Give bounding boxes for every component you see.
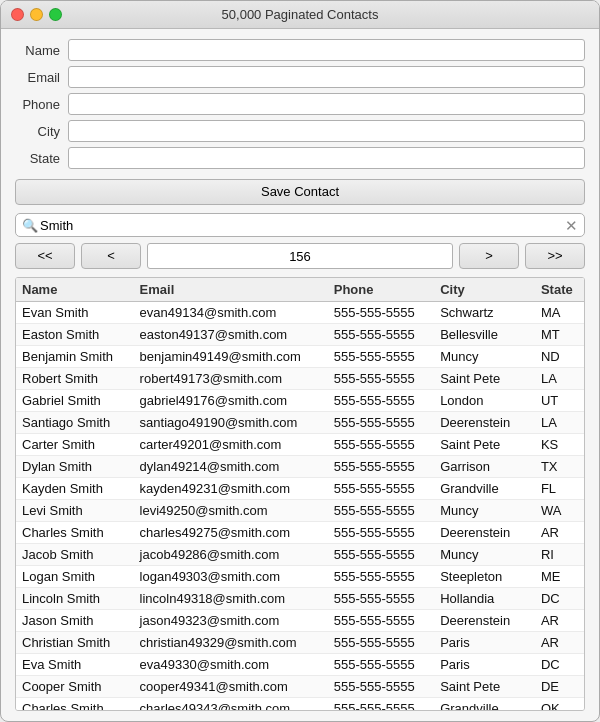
name-input[interactable] <box>68 39 585 61</box>
cell-phone: 555-555-5555 <box>328 522 434 544</box>
table-row[interactable]: Gabriel Smithgabriel49176@smith.com555-5… <box>16 390 584 412</box>
cell-phone: 555-555-5555 <box>328 390 434 412</box>
cell-name: Dylan Smith <box>16 456 134 478</box>
cell-name: Jason Smith <box>16 610 134 632</box>
cell-name: Evan Smith <box>16 302 134 324</box>
state-label: State <box>15 151 60 166</box>
cell-state: ME <box>535 566 584 588</box>
header-city: City <box>434 278 535 302</box>
pagination-controls: << < > >> <box>15 243 585 269</box>
cell-city: Grandville <box>434 698 535 712</box>
save-contact-button[interactable]: Save Contact <box>15 179 585 205</box>
phone-input[interactable] <box>68 93 585 115</box>
cell-name: Gabriel Smith <box>16 390 134 412</box>
header-row: Name Email Phone City State <box>16 278 584 302</box>
search-input[interactable] <box>15 213 585 237</box>
cell-state: AR <box>535 632 584 654</box>
next-page-button[interactable]: > <box>459 243 519 269</box>
cell-city: Muncy <box>434 500 535 522</box>
city-input[interactable] <box>68 120 585 142</box>
table-row[interactable]: Logan Smithlogan49303@smith.com555-555-5… <box>16 566 584 588</box>
cell-email: robert49173@smith.com <box>134 368 328 390</box>
cell-state: LA <box>535 412 584 434</box>
table-row[interactable]: Evan Smithevan49134@smith.com555-555-555… <box>16 302 584 324</box>
name-label: Name <box>15 43 60 58</box>
table-row[interactable]: Charles Smithcharles49343@smith.com555-5… <box>16 698 584 712</box>
cell-email: jason49323@smith.com <box>134 610 328 632</box>
phone-label: Phone <box>15 97 60 112</box>
cell-city: Paris <box>434 632 535 654</box>
first-page-button[interactable]: << <box>15 243 75 269</box>
cell-city: Bellesville <box>434 324 535 346</box>
cell-phone: 555-555-5555 <box>328 456 434 478</box>
cell-email: santiago49190@smith.com <box>134 412 328 434</box>
cell-phone: 555-555-5555 <box>328 588 434 610</box>
table-body: Evan Smithevan49134@smith.com555-555-555… <box>16 302 584 712</box>
cell-phone: 555-555-5555 <box>328 346 434 368</box>
table-row[interactable]: Levi Smithlevi49250@smith.com555-555-555… <box>16 500 584 522</box>
cell-city: Steepleton <box>434 566 535 588</box>
email-input[interactable] <box>68 66 585 88</box>
cell-email: logan49303@smith.com <box>134 566 328 588</box>
table-row[interactable]: Santiago Smithsantiago49190@smith.com555… <box>16 412 584 434</box>
cell-name: Lincoln Smith <box>16 588 134 610</box>
contact-form: Name Email Phone City State Save Contact <box>15 39 585 213</box>
cell-name: Levi Smith <box>16 500 134 522</box>
contacts-table-container: Name Email Phone City State Evan Smithev… <box>15 277 585 711</box>
cell-state: FL <box>535 478 584 500</box>
cell-phone: 555-555-5555 <box>328 412 434 434</box>
table-row[interactable]: Lincoln Smithlincoln49318@smith.com555-5… <box>16 588 584 610</box>
cell-phone: 555-555-5555 <box>328 368 434 390</box>
cell-state: ND <box>535 346 584 368</box>
table-row[interactable]: Robert Smithrobert49173@smith.com555-555… <box>16 368 584 390</box>
table-row[interactable]: Kayden Smithkayden49231@smith.com555-555… <box>16 478 584 500</box>
window-title: 50,000 Paginated Contacts <box>222 7 379 22</box>
table-row[interactable]: Jason Smithjason49323@smith.com555-555-5… <box>16 610 584 632</box>
cell-phone: 555-555-5555 <box>328 544 434 566</box>
cell-phone: 555-555-5555 <box>328 302 434 324</box>
table-row[interactable]: Dylan Smithdylan49214@smith.com555-555-5… <box>16 456 584 478</box>
state-row: State <box>15 147 585 169</box>
cell-phone: 555-555-5555 <box>328 698 434 712</box>
name-row: Name <box>15 39 585 61</box>
state-input[interactable] <box>68 147 585 169</box>
main-window: 50,000 Paginated Contacts Name Email Pho… <box>0 0 600 722</box>
table-row[interactable]: Easton Smitheaston49137@smith.com555-555… <box>16 324 584 346</box>
maximize-button[interactable] <box>49 8 62 21</box>
cell-state: AR <box>535 522 584 544</box>
cell-state: MA <box>535 302 584 324</box>
table-row[interactable]: Jacob Smithjacob49286@smith.com555-555-5… <box>16 544 584 566</box>
table-row[interactable]: Carter Smithcarter49201@smith.com555-555… <box>16 434 584 456</box>
cell-state: LA <box>535 368 584 390</box>
cell-city: Grandville <box>434 478 535 500</box>
table-row[interactable]: Eva Smitheva49330@smith.com555-555-5555P… <box>16 654 584 676</box>
cell-state: TX <box>535 456 584 478</box>
cell-name: Kayden Smith <box>16 478 134 500</box>
close-button[interactable] <box>11 8 24 21</box>
last-page-button[interactable]: >> <box>525 243 585 269</box>
cell-state: DC <box>535 588 584 610</box>
cell-phone: 555-555-5555 <box>328 478 434 500</box>
cell-email: eva49330@smith.com <box>134 654 328 676</box>
content-area: Name Email Phone City State Save Contact <box>1 29 599 721</box>
clear-search-button[interactable]: ✕ <box>565 218 578 233</box>
table-row[interactable]: Charles Smithcharles49275@smith.com555-5… <box>16 522 584 544</box>
page-number-input[interactable] <box>147 243 453 269</box>
city-label: City <box>15 124 60 139</box>
minimize-button[interactable] <box>30 8 43 21</box>
cell-state: OK <box>535 698 584 712</box>
contacts-table: Name Email Phone City State Evan Smithev… <box>16 278 584 711</box>
cell-email: cooper49341@smith.com <box>134 676 328 698</box>
cell-phone: 555-555-5555 <box>328 434 434 456</box>
table-row[interactable]: Benjamin Smithbenjamin49149@smith.com555… <box>16 346 584 368</box>
city-row: City <box>15 120 585 142</box>
cell-phone: 555-555-5555 <box>328 500 434 522</box>
cell-email: benjamin49149@smith.com <box>134 346 328 368</box>
header-state: State <box>535 278 584 302</box>
cell-name: Christian Smith <box>16 632 134 654</box>
prev-page-button[interactable]: < <box>81 243 141 269</box>
table-row[interactable]: Christian Smithchristian49329@smith.com5… <box>16 632 584 654</box>
cell-state: DC <box>535 654 584 676</box>
table-row[interactable]: Cooper Smithcooper49341@smith.com555-555… <box>16 676 584 698</box>
cell-name: Carter Smith <box>16 434 134 456</box>
